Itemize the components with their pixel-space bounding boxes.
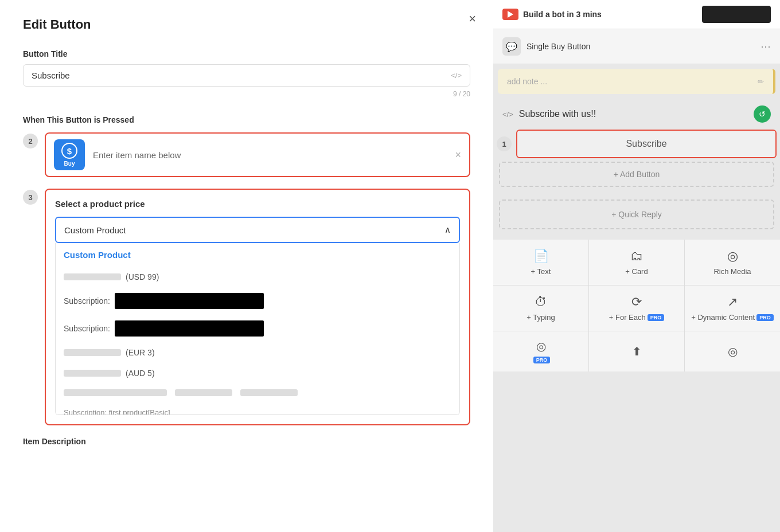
note-placeholder: add note ...	[507, 77, 547, 86]
menu-dots-icon[interactable]: ⋯	[760, 40, 771, 53]
subscribe-message: Subscribe with us!!	[519, 109, 748, 119]
blurred-full-2	[175, 389, 232, 396]
bottom-cell-1[interactable]: ◎ PRO	[493, 331, 589, 371]
code-icon: </>	[451, 71, 462, 80]
top-bar: Build a bot in 3 mins	[493, 0, 780, 29]
buy-option-card[interactable]: $ Buy Enter item name below ×	[45, 132, 470, 177]
chat-area: 💬 Single Buy Button ⋯ add note ... ✏ </>…	[493, 29, 780, 532]
buy-option-close[interactable]: ×	[455, 149, 461, 161]
blurred-full-1	[64, 389, 167, 396]
for-each-pro-badge: PRO	[648, 314, 665, 321]
note-area[interactable]: add note ... ✏	[498, 69, 775, 94]
note-edit-icon: ✏	[758, 77, 764, 86]
buy-icon-box: $ Buy	[54, 139, 85, 170]
product-price-title: Select a product price	[55, 199, 460, 209]
blurred-name-aud5	[64, 370, 121, 377]
dynamic-label-row: + Dynamic Content PRO	[691, 313, 773, 322]
action-card[interactable]: 🗂 + Card	[589, 240, 684, 285]
step-2-content: $ Buy Enter item name below ×	[45, 132, 470, 177]
action-typing[interactable]: ⏱ + Typing	[493, 285, 588, 331]
buy-option-text: Enter item name below	[93, 150, 455, 160]
card-icon: 🗂	[630, 249, 643, 264]
youtube-icon	[502, 9, 518, 20]
price-text-usd99: (USD 99)	[126, 272, 159, 281]
code-tag: </>	[502, 110, 513, 119]
right-panel: Build a bot in 3 mins 💬 Single Buy Butto…	[493, 0, 780, 532]
price-row-sub1: Subscription:	[64, 293, 451, 309]
price-row-blurred	[64, 389, 451, 396]
text-label: + Text	[531, 267, 551, 276]
price-row-sub2: Subscription:	[64, 320, 451, 337]
button-title-input[interactable]	[32, 71, 451, 80]
bottom-cell-2[interactable]: ⬆	[589, 331, 685, 371]
subscribe-button[interactable]: Subscribe	[516, 130, 777, 158]
add-button-label: + Add Button	[614, 170, 660, 179]
for-each-label-row: + For Each PRO	[609, 313, 664, 322]
step-1-row: 1 Subscribe	[497, 130, 777, 158]
bottom-icon-3: ◎	[728, 345, 738, 358]
bottom-pro-1: PRO	[533, 357, 551, 363]
dropdown-item-custom[interactable]: Custom Product	[56, 243, 459, 267]
bottom-partial-row: ◎ PRO ⬆ ◎	[493, 331, 780, 371]
dropdown-item-usd99[interactable]: (USD 99)	[56, 267, 459, 287]
dropdown-item-blurred[interactable]	[56, 384, 459, 402]
step-2-row: 2 $ Buy Enter item name below ×	[23, 132, 470, 177]
add-button-row[interactable]: + Add Button	[499, 162, 774, 187]
modal-title: Edit Button	[23, 17, 470, 32]
for-each-label: + For Each	[609, 313, 646, 322]
action-dynamic[interactable]: ↗ + Dynamic Content PRO	[685, 285, 780, 331]
rich-media-icon: ◎	[727, 249, 738, 264]
dynamic-pro-badge: PRO	[756, 314, 774, 321]
price-row-aud5: (AUD 5)	[64, 369, 451, 378]
product-dropdown-select[interactable]: Custom Product ∧	[55, 217, 460, 243]
blurred-name-eur3	[64, 349, 121, 356]
price-text-eur3: (EUR 3)	[126, 348, 155, 357]
dropdown-item-sub2[interactable]: Subscription:	[56, 315, 459, 342]
refresh-button[interactable]	[754, 105, 771, 123]
dropdown-item-aud5[interactable]: (AUD 5)	[56, 363, 459, 384]
typing-icon: ⏱	[535, 295, 547, 310]
action-grid: 📄 + Text 🗂 + Card ◎ Rich Media ⏱ + Typin…	[493, 240, 780, 331]
dynamic-icon: ↗	[727, 295, 738, 310]
dropdown-item-eur3[interactable]: (EUR 3)	[56, 342, 459, 363]
product-dropdown-wrapper: Custom Product ∧ Custom Product (USD 99	[55, 217, 460, 415]
subscribe-message-row: </> Subscribe with us!!	[493, 99, 780, 130]
step-3-row: 3 Select a product price Custom Product …	[23, 189, 470, 425]
dark-box	[702, 6, 771, 23]
dropdown-list: Custom Product (USD 99) Subs	[55, 243, 460, 415]
button-title-label: Button Title	[23, 49, 470, 58]
bottom-cell-3[interactable]: ◎	[685, 331, 780, 371]
action-text[interactable]: 📄 + Text	[493, 240, 588, 285]
buy-label: Buy	[64, 161, 75, 167]
chat-header-row: 💬 Single Buy Button ⋯	[493, 29, 780, 64]
sub2-label: Subscription:	[64, 324, 110, 333]
dropdown-item-sub1[interactable]: Subscription:	[56, 287, 459, 315]
step-1-badge: 1	[497, 136, 512, 151]
chat-header-title: Single Buy Button	[526, 42, 590, 51]
action-rich-media[interactable]: ◎ Rich Media	[685, 240, 780, 285]
when-pressed-label: When This Button is Pressed	[23, 115, 470, 124]
blurred-full-3	[240, 389, 298, 396]
dropdown-custom-label: Custom Product	[64, 250, 131, 260]
close-button[interactable]: ×	[469, 11, 476, 26]
dynamic-label: + Dynamic Content	[691, 313, 755, 322]
quick-reply-label: + Quick Reply	[611, 210, 662, 219]
dropdown-item-basic[interactable]: Subscription: first product[Basic]	[56, 402, 459, 415]
typing-label: + Typing	[526, 313, 555, 322]
card-label: + Card	[625, 267, 648, 276]
selected-product-label: Custom Product	[64, 225, 126, 235]
bottom-icon-1: ◎	[536, 339, 546, 353]
top-bar-title: Build a bot in 3 mins	[523, 10, 602, 19]
blurred-name-usd99	[64, 273, 121, 280]
action-for-each[interactable]: ⟳ + For Each PRO	[589, 285, 684, 331]
quick-reply-row[interactable]: + Quick Reply	[499, 200, 774, 229]
product-price-section: Select a product price Custom Product ∧ …	[45, 189, 470, 425]
for-each-icon: ⟳	[631, 295, 642, 310]
subscribe-button-container: Subscribe	[516, 130, 777, 158]
text-icon: 📄	[533, 249, 549, 264]
chat-bubble-icon: 💬	[502, 37, 521, 56]
char-count: 9 / 20	[23, 90, 470, 98]
button-title-input-row: </>	[23, 64, 470, 87]
price-row-eur3: (EUR 3)	[64, 348, 451, 357]
edit-button-modal: Edit Button × Button Title </> 9 / 20 Wh…	[0, 0, 493, 532]
